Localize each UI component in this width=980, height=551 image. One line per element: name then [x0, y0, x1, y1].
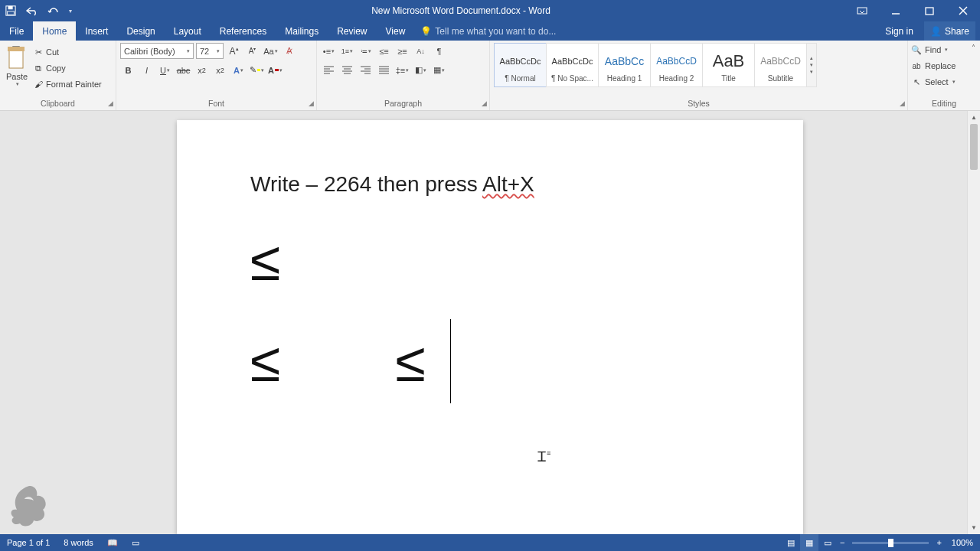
- doc-line-3a: ≤: [250, 334, 281, 390]
- qa-customize-button[interactable]: ▾: [64, 0, 77, 21]
- sign-in-link[interactable]: Sign in: [877, 26, 921, 37]
- tab-file[interactable]: File: [0, 21, 33, 41]
- align-right-button[interactable]: [358, 62, 374, 78]
- style-tile-subtitle[interactable]: AaBbCcDSubtitle: [754, 43, 807, 87]
- style-tile--normal[interactable]: AaBbCcDc¶ Normal: [494, 43, 547, 87]
- decrease-indent-button[interactable]: ≤≡: [376, 43, 392, 59]
- style-tile-heading-2[interactable]: AaBbCcDHeading 2: [650, 43, 703, 87]
- numbering-button[interactable]: 1≡▾: [339, 43, 355, 59]
- multilevel-list-button[interactable]: ≔▾: [358, 43, 374, 59]
- tab-view[interactable]: View: [377, 21, 415, 41]
- styles-more-button[interactable]: ▴▾▾: [806, 43, 817, 87]
- font-name-combo[interactable]: Calibri (Body)▾: [120, 43, 194, 59]
- document-page[interactable]: Write – 2264 then press Alt+X ≤ ≤ ≤: [177, 120, 803, 534]
- svg-rect-10: [8, 47, 24, 51]
- status-page[interactable]: Page 1 of 1: [0, 534, 57, 551]
- bold-button[interactable]: B: [120, 62, 136, 78]
- status-macro[interactable]: ▭: [125, 534, 146, 551]
- borders-button[interactable]: ▦▾: [431, 62, 447, 78]
- tab-home[interactable]: Home: [33, 21, 76, 41]
- underline-button[interactable]: U▾: [157, 62, 173, 78]
- status-bar: Page 1 of 1 8 words 📖 ▭ ▤ ▦ ▭ − + 100%: [0, 534, 980, 551]
- line-spacing-icon: ‡≡: [396, 66, 406, 75]
- zoom-level[interactable]: 100%: [945, 534, 980, 551]
- scroll-down-button[interactable]: ▼: [968, 521, 980, 534]
- show-marks-button[interactable]: ¶: [431, 43, 447, 59]
- zoom-in-button[interactable]: +: [933, 534, 944, 551]
- vertical-scrollbar[interactable]: ▲ ▼: [967, 111, 980, 534]
- tab-insert[interactable]: Insert: [76, 21, 117, 41]
- select-button[interactable]: ↖Select▾: [911, 74, 977, 90]
- zoom-knob[interactable]: [888, 539, 893, 547]
- tab-mailings[interactable]: Mailings: [276, 21, 328, 41]
- change-case-button[interactable]: Aa▾: [263, 43, 279, 59]
- sort-button[interactable]: A↓: [413, 43, 429, 59]
- redo-button[interactable]: [43, 0, 64, 21]
- web-layout-icon: ▭: [824, 538, 831, 548]
- increase-indent-button[interactable]: ≥≡: [394, 43, 410, 59]
- bullets-button[interactable]: •≡▾: [321, 43, 337, 59]
- undo-button[interactable]: [21, 0, 43, 21]
- italic-button[interactable]: I: [139, 62, 155, 78]
- styles-dialog-launcher[interactable]: ◢: [900, 99, 905, 107]
- zoom-out-button[interactable]: −: [837, 534, 848, 551]
- zoom-slider[interactable]: [852, 542, 929, 544]
- scroll-thumb[interactable]: [970, 124, 978, 170]
- ribbon-options-button[interactable]: [845, 0, 879, 21]
- close-button[interactable]: [946, 0, 980, 21]
- status-words[interactable]: 8 words: [57, 534, 100, 551]
- shrink-font-button[interactable]: A▾: [244, 43, 260, 59]
- cut-button[interactable]: ✂Cut: [33, 44, 102, 60]
- font-color-button[interactable]: A▾: [267, 62, 283, 78]
- save-button[interactable]: [0, 0, 21, 21]
- minimize-button[interactable]: [879, 0, 913, 21]
- read-mode-icon: ▤: [787, 538, 795, 548]
- title-bar: ▾ New Microsoft Word Document.docx - Wor…: [0, 0, 980, 21]
- paragraph-dialog-launcher[interactable]: ◢: [482, 99, 487, 107]
- share-button[interactable]: 👤 Share: [924, 21, 975, 41]
- share-label: Share: [945, 26, 969, 37]
- replace-button[interactable]: abReplace: [911, 58, 977, 73]
- clear-formatting-button[interactable]: A̷: [281, 43, 297, 59]
- paste-button[interactable]: Paste ▾: [5, 44, 28, 87]
- style-tile-heading-1[interactable]: AaBbCcHeading 1: [598, 43, 651, 87]
- style-tile--no-spac-[interactable]: AaBbCcDc¶ No Spac...: [546, 43, 599, 87]
- scroll-up-button[interactable]: ▲: [968, 111, 980, 124]
- indent-icon: ≥≡: [397, 47, 407, 56]
- text-effects-button[interactable]: A▾: [230, 62, 247, 78]
- collapse-ribbon-button[interactable]: ˄: [968, 42, 978, 53]
- group-editing-label: Editing: [932, 99, 956, 108]
- clipboard-dialog-launcher[interactable]: ◢: [108, 99, 113, 107]
- justify-button[interactable]: [376, 62, 392, 78]
- align-left-button[interactable]: [321, 62, 337, 78]
- superscript-button[interactable]: x2: [212, 62, 228, 78]
- group-paragraph-label: Paragraph: [384, 99, 422, 108]
- tab-design[interactable]: Design: [117, 21, 164, 41]
- line-spacing-button[interactable]: ‡≡▾: [394, 62, 410, 78]
- highlighter-icon: ✎: [250, 65, 256, 75]
- style-tile-title[interactable]: AaBTitle: [702, 43, 755, 87]
- subscript-button[interactable]: x2: [194, 62, 210, 78]
- maximize-button[interactable]: [913, 0, 946, 21]
- tab-layout[interactable]: Layout: [165, 21, 211, 41]
- font-size-combo[interactable]: 72▾: [196, 43, 224, 59]
- strikethrough-button[interactable]: abc: [175, 62, 191, 78]
- copy-button[interactable]: ⧉Copy: [33, 60, 102, 76]
- view-print-button[interactable]: ▦: [800, 534, 818, 551]
- shading-button[interactable]: ◧▾: [413, 62, 429, 78]
- align-center-button[interactable]: [339, 62, 355, 78]
- tab-references[interactable]: References: [211, 21, 276, 41]
- tell-me-search[interactable]: 💡 Tell me what you want to do...: [414, 21, 877, 41]
- format-painter-button[interactable]: 🖌Format Painter: [33, 77, 102, 92]
- highlight-button[interactable]: ✎▾: [249, 62, 265, 78]
- status-proofing[interactable]: 📖: [100, 534, 125, 551]
- font-dialog-launcher[interactable]: ◢: [309, 99, 314, 107]
- multilevel-icon: ≔: [361, 47, 368, 55]
- tab-review[interactable]: Review: [328, 21, 376, 41]
- grow-font-button[interactable]: A▴: [226, 43, 242, 59]
- doc-line-2: ≤: [250, 233, 730, 289]
- style-name: Heading 2: [659, 74, 694, 83]
- view-read-button[interactable]: ▤: [782, 534, 800, 551]
- view-web-button[interactable]: ▭: [818, 534, 837, 551]
- macro-icon: ▭: [132, 538, 139, 548]
